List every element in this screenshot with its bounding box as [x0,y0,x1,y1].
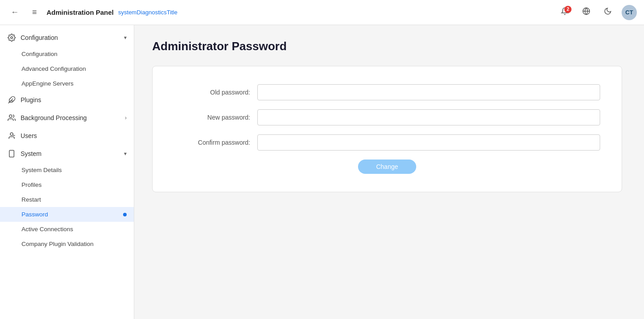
password-form-card: Old password: New password: Confirm pass… [152,66,622,192]
confirm-password-label: Confirm password: [174,139,250,146]
dark-mode-button[interactable] [600,5,615,20]
header-subtitle: systemDiagnosticsTitle [118,9,177,16]
system-chevron: ▾ [124,151,127,157]
sidebar-item-advanced-configuration[interactable]: Advanced Configuration [0,61,134,76]
globe-icon [582,7,590,17]
users-icon [7,131,16,140]
old-password-row: Old password: [174,84,600,100]
sidebar-item-system[interactable]: System ▾ [0,145,134,163]
background-processing-icon [7,113,16,122]
sidebar-item-configuration[interactable]: Configuration ▾ [0,29,134,47]
header-title: Administration Panel [47,9,114,16]
password-label: Password [21,211,48,218]
page-title: Administrator Password [152,39,626,53]
globe-button[interactable] [579,5,594,20]
main-content: Administrator Password Old password: New… [134,25,644,319]
back-button[interactable]: ← [7,5,22,20]
header-left: ← ≡ Administration Panel systemDiagnosti… [7,5,552,20]
notification-badge: 2 [564,6,571,13]
sidebar-item-profiles[interactable]: Profiles [0,177,134,192]
notifications-button[interactable]: 2 [557,5,572,20]
sidebar-item-system-details[interactable]: System Details [0,163,134,177]
sidebar-item-plugins[interactable]: Plugins [0,91,134,109]
sidebar-item-background-processing[interactable]: Background Processing › [0,109,134,127]
confirm-password-input[interactable] [257,134,600,151]
sidebar-item-company-plugin-validation[interactable]: Company Plugin Validation [0,237,134,251]
password-active-dot [123,213,127,216]
new-password-label: New password: [174,114,250,121]
sidebar-plugins-label: Plugins [21,96,127,103]
header-right: 2 CT [557,5,637,20]
new-password-row: New password: [174,109,600,125]
sidebar-users-label: Users [21,132,127,139]
confirm-password-row: Confirm password: [174,134,600,151]
back-icon: ← [11,8,19,17]
sidebar-system-label: System [21,150,119,157]
header: ← ≡ Administration Panel systemDiagnosti… [0,0,644,25]
sidebar: Configuration ▾ Configuration Advanced C… [0,25,134,319]
plugins-icon [7,95,16,104]
configuration-icon [7,33,16,42]
old-password-input[interactable] [257,84,600,100]
background-processing-chevron: › [125,115,127,121]
sidebar-item-active-connections[interactable]: Active Connections [0,222,134,237]
sidebar-item-appengine-servers[interactable]: AppEngine Servers [0,76,134,91]
svg-point-5 [9,115,12,117]
sidebar-item-configuration-sub[interactable]: Configuration [0,47,134,61]
sidebar-configuration-label: Configuration [21,34,119,41]
change-button[interactable]: Change [358,160,416,174]
svg-point-6 [10,133,13,135]
menu-button[interactable]: ≡ [27,5,42,20]
layout: Configuration ▾ Configuration Advanced C… [0,25,644,319]
svg-point-2 [11,37,13,39]
sidebar-item-password[interactable]: Password [0,207,134,222]
moon-icon [604,7,612,17]
system-icon [7,149,16,158]
sidebar-background-processing-label: Background Processing [21,114,120,121]
new-password-input[interactable] [257,109,600,125]
sidebar-item-users[interactable]: Users [0,127,134,145]
sidebar-item-restart[interactable]: Restart [0,192,134,207]
configuration-chevron: ▾ [124,34,127,41]
avatar[interactable]: CT [622,5,637,20]
form-button-row: Change [174,160,600,174]
old-password-label: Old password: [174,89,250,96]
menu-icon: ≡ [32,8,37,17]
